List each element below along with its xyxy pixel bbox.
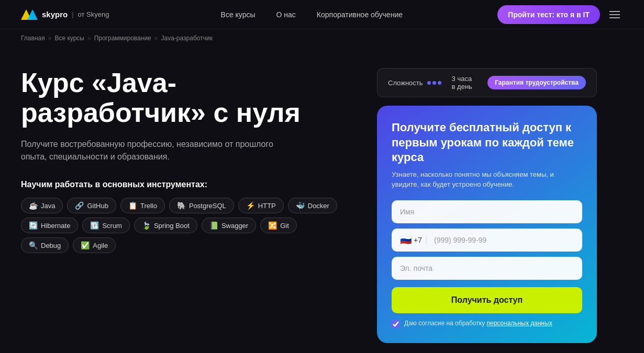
- tools-heading: Научим работать в основных инструментах:: [21, 180, 346, 189]
- phone-input[interactable]: [430, 229, 574, 252]
- logo-area[interactable]: skypro | от Skyeng: [21, 9, 109, 20]
- breadcrumb-current: Java-разработчик: [161, 35, 212, 42]
- tool-tag: 🔃Scrum: [82, 218, 130, 233]
- tag-label: Git: [280, 222, 289, 230]
- tag-icon: 🔄: [29, 221, 38, 230]
- form-title: Получите бесплатный доступ к первым урок…: [392, 120, 582, 165]
- logo-sep: |: [72, 10, 73, 18]
- submit-button[interactable]: Получить доступ: [392, 287, 582, 313]
- hamburger-menu-icon[interactable]: [606, 8, 623, 21]
- tag-label: Docker: [308, 202, 329, 210]
- hero-section: Курс «Java-разработчик» с нуля Получите …: [21, 68, 346, 253]
- consent-checkbox[interactable]: [392, 320, 400, 328]
- phone-code: +7: [414, 236, 427, 244]
- tool-tag: 🔍Debug: [21, 237, 69, 253]
- breadcrumb-sep-3: »: [154, 35, 158, 42]
- tag-label: Trello: [140, 202, 157, 210]
- dot-1: [427, 81, 431, 85]
- hero-subtitle: Получите востребованную профессию, незав…: [21, 138, 283, 163]
- form-card: Получите бесплатный доступ к первым урок…: [377, 106, 597, 343]
- logo-from: от Skyeng: [78, 10, 109, 18]
- consent-link[interactable]: персональных данных: [486, 320, 552, 327]
- tool-tag: ⚡HTTP: [238, 198, 284, 213]
- right-panel: Сложность 3 часа в день Гарантия трудоус…: [377, 68, 597, 343]
- nav-links: Все курсы О нас Корпоративное обучение: [126, 6, 497, 23]
- tag-label: GitHub: [87, 202, 108, 210]
- tool-tag: ☕Java: [21, 198, 63, 213]
- tag-label: Java: [41, 202, 55, 210]
- tag-icon: 🍃: [142, 221, 151, 230]
- logo-icon: [21, 9, 38, 20]
- consent-text: Даю согласие на обработку персональных д…: [404, 320, 552, 327]
- tag-label: Agile: [93, 242, 108, 249]
- form-desc: Узнаете, насколько понятно мы объясняем …: [392, 169, 582, 190]
- navbar: skypro | от Skyeng Все курсы О нас Корпо…: [0, 0, 644, 29]
- tag-icon: ☕: [29, 201, 38, 210]
- consent-row: Даю согласие на обработку персональных д…: [392, 320, 582, 328]
- tag-label: PostgreSQL: [189, 202, 226, 210]
- tag-icon: 🐳: [296, 201, 305, 210]
- tag-label: HTTP: [258, 202, 276, 210]
- hero-title: Курс «Java-разработчик» с нуля: [21, 68, 346, 128]
- difficulty-dots: [427, 81, 441, 85]
- name-input[interactable]: [392, 200, 582, 223]
- tag-label: Spring Boot: [154, 222, 190, 230]
- tool-tag: 🐳Docker: [288, 198, 337, 213]
- tag-icon: 🔗: [75, 201, 84, 210]
- time-label: 3 часа в день: [452, 75, 478, 90]
- time-item: 3 часа в день: [452, 75, 478, 90]
- tag-icon: 📋: [128, 201, 137, 210]
- dot-2: [432, 81, 436, 85]
- tag-icon: 📗: [209, 221, 218, 230]
- test-cta-button[interactable]: Пройти тест: кто я в IT: [497, 5, 600, 24]
- tools-tags: ☕Java🔗GitHub📋Trello🐘PostgreSQL⚡HTTP🐳Dock…: [21, 198, 346, 253]
- breadcrumb-sep-1: »: [48, 35, 52, 42]
- breadcrumb-programming[interactable]: Программирование: [94, 35, 151, 42]
- dot-3: [438, 81, 441, 85]
- email-input[interactable]: [392, 257, 582, 280]
- breadcrumb-home[interactable]: Главная: [21, 35, 45, 42]
- tool-tag: 📗Swagger: [202, 218, 256, 233]
- phone-flag-icon: 🇷🇺: [400, 234, 412, 246]
- tag-icon: 🐘: [177, 201, 186, 210]
- difficulty-label: Сложность: [388, 79, 423, 87]
- tag-label: Debug: [41, 242, 61, 249]
- breadcrumb-sep-2: »: [87, 35, 91, 42]
- tag-icon: ✅: [81, 241, 90, 249]
- tag-label: Scrum: [102, 222, 122, 230]
- tool-tag: 🐘PostgreSQL: [169, 198, 234, 213]
- logo-text: skypro: [42, 10, 68, 19]
- main-content: Курс «Java-разработчик» с нуля Получите …: [0, 47, 644, 353]
- tag-label: Hibernate: [41, 222, 70, 230]
- tool-tag: 🔀Git: [260, 218, 297, 233]
- tool-tag: 📋Trello: [120, 198, 165, 213]
- nav-right: Пройти тест: кто я в IT: [497, 5, 623, 24]
- tag-icon: 🔀: [268, 221, 277, 230]
- tool-tag: ✅Agile: [73, 237, 116, 253]
- tag-icon: 🔍: [29, 241, 38, 249]
- tag-icon: ⚡: [246, 201, 255, 210]
- tool-tag: 🔄Hibernate: [21, 218, 78, 233]
- nav-corporate[interactable]: Корпоративное обучение: [308, 6, 411, 23]
- breadcrumb: Главная » Все курсы » Программирование »…: [0, 29, 644, 47]
- difficulty-item: Сложность: [388, 79, 441, 87]
- tool-tag: 🍃Spring Boot: [134, 218, 197, 233]
- breadcrumb-all-courses[interactable]: Все курсы: [54, 35, 84, 42]
- tool-tag: 🔗GitHub: [67, 198, 116, 213]
- tag-label: Swagger: [221, 222, 248, 230]
- meta-bar: Сложность 3 часа в день Гарантия трудоус…: [377, 68, 597, 97]
- nav-all-courses[interactable]: Все курсы: [213, 6, 264, 23]
- phone-row: 🇷🇺 +7: [392, 229, 582, 252]
- guarantee-badge: Гарантия трудоустройства: [487, 76, 586, 89]
- tag-icon: 🔃: [90, 221, 99, 230]
- nav-about[interactable]: О нас: [268, 6, 304, 23]
